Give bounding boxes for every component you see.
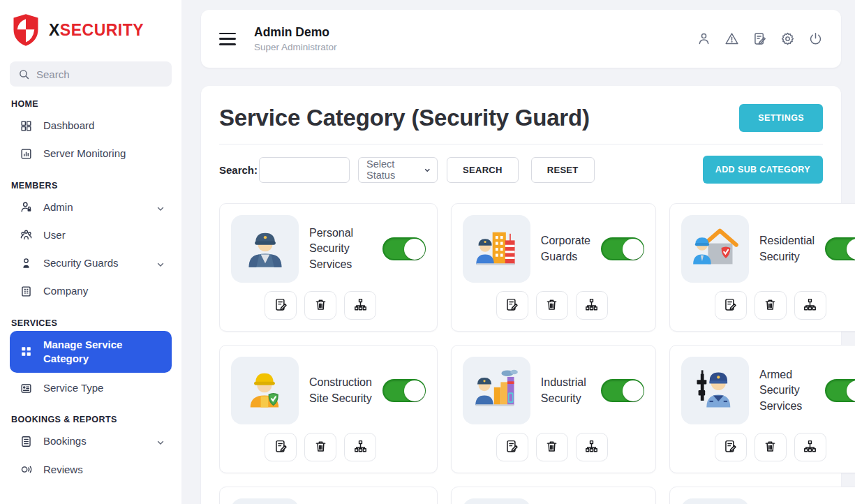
sidebar-item-user[interactable]: User [10,221,172,249]
sidebar-item-reviews[interactable]: Reviews [10,456,172,484]
edit-button[interactable] [715,433,747,461]
service-card-actions [265,433,426,461]
delete-button[interactable] [754,291,787,320]
industrial-guard-illustration [473,366,520,416]
delete-icon [763,297,778,314]
delete-button[interactable] [754,433,787,461]
form-icon[interactable] [752,31,767,46]
search-icon [18,68,30,80]
toggle-knob [847,380,855,401]
service-card-title: Corporate Guards [541,233,590,265]
header-actions [697,31,823,46]
service-type-icon [20,382,33,395]
power-icon[interactable] [808,31,823,46]
subcategory-button[interactable] [576,291,608,320]
service-card-title: Construction Site Security [309,375,372,406]
service-image-tile [463,498,530,504]
status-toggle[interactable] [825,379,855,402]
corporate-guard-illustration [473,224,520,274]
sidebar-item-security-guards[interactable]: Security Guards [10,249,172,277]
nav-section-label-services: SERVICES [11,318,170,328]
sidebar-item-label: Manage Service Category [43,338,165,366]
subcategory-button[interactable] [794,291,826,320]
service-card-partial [219,487,438,504]
sidebar-item-label: Bookings [43,434,146,448]
service-card-top: Corporate Guards [463,215,644,283]
brand-logo[interactable]: XSECURITY [10,10,172,50]
bookings-icon [20,435,33,448]
search-button[interactable]: SEARCH [447,157,519,183]
brand-name: XSECURITY [49,21,144,40]
settings-icon[interactable] [780,31,795,46]
title-divider [219,144,823,144]
toggle-knob [404,380,425,401]
delete-button[interactable] [304,433,336,461]
sidebar-item-label: User [43,228,165,242]
subcategory-button[interactable] [344,433,376,461]
status-toggle[interactable] [825,237,855,260]
service-card-top [681,498,855,504]
service-image-tile [681,498,749,504]
alert-icon[interactable] [724,31,739,46]
edit-button[interactable] [715,291,747,320]
sidebar-item-manage-service-category[interactable]: Manage Service Category [10,331,172,373]
reviews-icon [20,463,33,476]
search-input[interactable] [259,157,350,183]
monitor-icon [20,147,33,161]
dashboard-icon [20,119,33,133]
delete-button[interactable] [536,291,568,320]
delete-icon [544,439,559,456]
subcategory-button[interactable] [576,433,608,461]
status-toggle[interactable] [601,379,644,402]
delete-icon [313,297,328,314]
menu-icon[interactable] [219,33,236,45]
edit-icon [505,297,519,314]
edit-icon [723,297,738,314]
edit-button[interactable] [496,433,528,461]
add-sub-category-button[interactable]: ADD SUB CATEGORY [703,156,823,184]
user-role: Super Administrator [254,42,337,52]
admin-icon [20,200,33,214]
edit-button[interactable] [265,291,297,320]
nav-section-label-bookings-reports: BOOKINGS & REPORTS [11,415,170,424]
chevron-down-icon [156,259,165,267]
status-toggle[interactable] [601,237,644,260]
service-card-actions [715,291,855,320]
toggle-knob [404,239,425,260]
sidebar-search-input[interactable] [36,68,163,80]
subcategory-button[interactable] [794,433,826,461]
service-card-actions [496,291,644,320]
reset-button[interactable]: RESET [531,157,595,183]
status-toggle[interactable] [382,379,426,402]
sidebar-item-bookings[interactable]: Bookings [10,427,172,455]
sidebar-item-dashboard[interactable]: Dashboard [10,112,172,140]
delete-button[interactable] [304,291,336,320]
status-toggle[interactable] [382,237,426,260]
nav-section-label-home: HOME [11,99,170,109]
sidebar-item-server-monitoring[interactable]: Server Monitoring [10,140,172,168]
service-card-title: Residential Security [759,233,815,265]
edit-button[interactable] [265,433,297,461]
delete-button[interactable] [536,433,568,461]
delete-icon [544,297,559,314]
service-card-construction-site-security: Construction Site Security [219,345,438,473]
content-panel: Service Category (Security Guard) SETTIN… [201,86,841,504]
settings-button[interactable]: SETTINGS [739,104,823,132]
subcategory-button[interactable] [344,291,376,320]
toggle-knob [623,239,644,260]
service-image-tile [681,357,749,424]
service-card-top [463,498,644,504]
service-card-top: Armed Security Services [681,357,855,424]
service-image-tile [463,215,530,283]
sidebar-search[interactable] [10,61,172,87]
chevron-down-icon [424,166,431,174]
sidebar-item-company[interactable]: Company [10,277,172,305]
sidebar-item-admin[interactable]: Admin [10,193,172,221]
edit-button[interactable] [496,291,528,320]
status-select-value: Select Status [366,158,424,181]
service-card-top: Residential Security [681,215,855,283]
service-card-actions [265,291,426,320]
user-icon[interactable] [697,31,711,46]
sidebar-item-service-type[interactable]: Service Type [10,374,172,402]
status-select[interactable]: Select Status [358,157,438,183]
